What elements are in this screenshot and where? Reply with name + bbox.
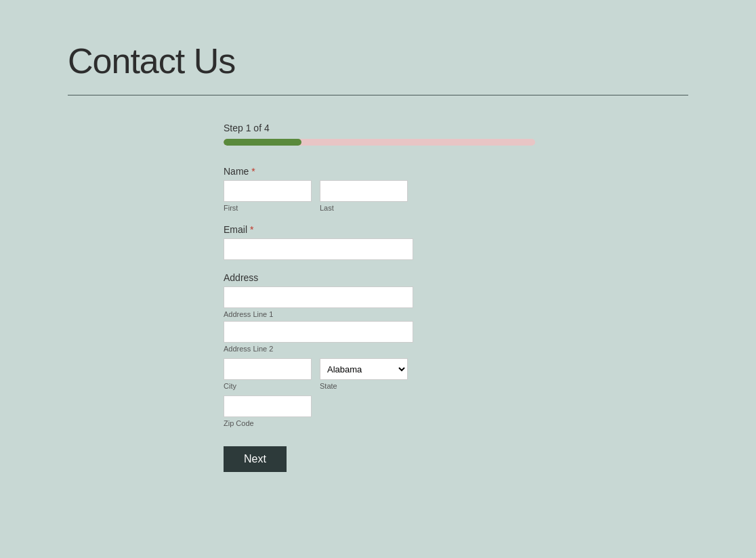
email-required-star: *: [247, 224, 253, 235]
name-last-wrapper: Last: [320, 180, 408, 212]
zip-wrapper: Zip Code: [224, 395, 549, 427]
address-city-state-row: City AlabamaAlaskaArizonaArkansasCalifor…: [224, 358, 549, 390]
state-sub-label: State: [320, 382, 408, 390]
city-sub-label: City: [224, 382, 312, 390]
address-line1-wrapper: Address Line 1: [224, 286, 549, 318]
city-wrapper: City: [224, 358, 312, 390]
address-line2-sub-label: Address Line 2: [224, 345, 549, 353]
name-label: Name *: [224, 166, 549, 177]
name-first-input-wrapper: [224, 180, 312, 202]
zip-sub-label: Zip Code: [224, 419, 549, 427]
email-input[interactable]: [224, 238, 413, 260]
address-label: Address: [224, 272, 549, 283]
city-input[interactable]: [224, 358, 312, 380]
name-last-sub-label: Last: [320, 204, 408, 212]
address-line2-wrapper: Address Line 2: [224, 321, 549, 353]
form-container: Step 1 of 4 Name * First: [224, 123, 549, 472]
page-title: Contact Us: [68, 41, 688, 81]
name-row: First Last: [224, 180, 549, 212]
address-field-group: Address Address Line 1 Address Line 2 Ci…: [224, 272, 549, 427]
name-first-input[interactable]: [224, 180, 312, 202]
page-container: Contact Us Step 1 of 4 Name * First: [0, 0, 756, 513]
step-label: Step 1 of 4: [224, 123, 549, 133]
section-divider: [68, 95, 688, 95]
name-field-group: Name * First Last: [224, 166, 549, 212]
state-wrapper: AlabamaAlaskaArizonaArkansasCaliforniaCo…: [320, 358, 408, 390]
name-first-sub-label: First: [224, 204, 312, 212]
email-field-group: Email *: [224, 224, 549, 260]
address-line1-sub-label: Address Line 1: [224, 310, 549, 318]
contact-form: Name * First Last: [224, 166, 549, 472]
name-required-star: *: [249, 166, 255, 177]
zip-input[interactable]: [224, 395, 312, 417]
next-button[interactable]: Next: [224, 446, 287, 472]
progress-bar-fill: [224, 139, 301, 146]
address-line1-input[interactable]: [224, 286, 413, 308]
progress-bar: [224, 139, 535, 146]
address-line2-input[interactable]: [224, 321, 413, 343]
name-first-wrapper: First: [224, 180, 312, 212]
state-select[interactable]: AlabamaAlaskaArizonaArkansasCaliforniaCo…: [320, 358, 408, 380]
name-last-input[interactable]: [320, 180, 408, 202]
email-label: Email *: [224, 224, 549, 235]
